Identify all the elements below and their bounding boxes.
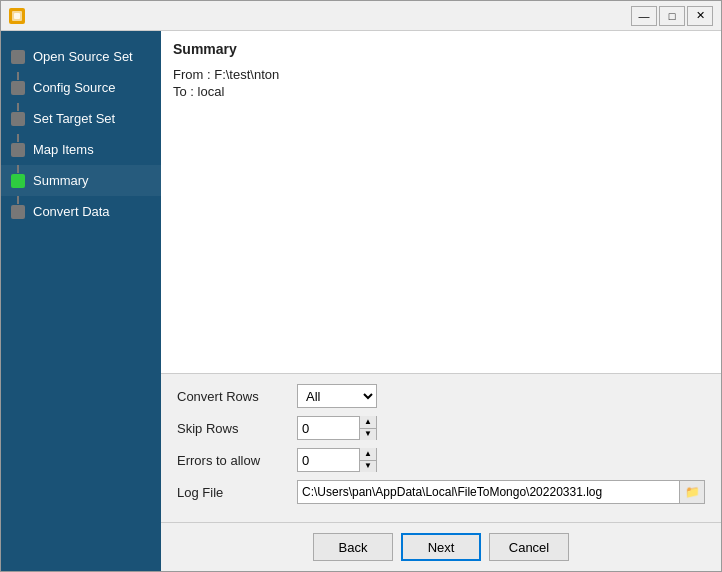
summary-content: From : F:\test\nton To : local — [161, 63, 721, 373]
button-bar: Back Next Cancel — [161, 522, 721, 571]
sidebar: Open Source Set Config Source Set Target… — [1, 31, 161, 571]
errors-to-allow-row: Errors to allow ▲ ▼ — [177, 448, 705, 472]
titlebar: — □ ✕ — [1, 1, 721, 31]
sidebar-item-summary[interactable]: Summary — [1, 165, 161, 196]
errors-to-allow-label: Errors to allow — [177, 453, 297, 468]
errors-to-allow-buttons: ▲ ▼ — [359, 448, 376, 472]
log-file-label: Log File — [177, 485, 297, 500]
log-file-browse-button[interactable]: 📁 — [679, 480, 705, 504]
sidebar-label-open-source-set: Open Source Set — [33, 49, 133, 64]
skip-rows-up-button[interactable]: ▲ — [360, 416, 376, 428]
main-content: Open Source Set Config Source Set Target… — [1, 31, 721, 571]
skip-rows-input[interactable] — [298, 417, 359, 439]
sidebar-label-set-target-set: Set Target Set — [33, 111, 115, 126]
app-icon — [9, 8, 25, 24]
svg-rect-1 — [14, 13, 20, 19]
minimize-button[interactable]: — — [631, 6, 657, 26]
log-file-row: Log File 📁 — [177, 480, 705, 504]
convert-rows-wrapper: All Range Custom — [297, 384, 377, 408]
sidebar-item-set-target-set[interactable]: Set Target Set — [1, 103, 161, 134]
convert-rows-label: Convert Rows — [177, 389, 297, 404]
convert-rows-row: Convert Rows All Range Custom — [177, 384, 705, 408]
close-button[interactable]: ✕ — [687, 6, 713, 26]
summary-section: Summary From : F:\test\nton To : local — [161, 31, 721, 373]
step-indicator-config-source — [11, 81, 25, 95]
skip-rows-row: Skip Rows ▲ ▼ — [177, 416, 705, 440]
errors-to-allow-input[interactable] — [298, 449, 359, 471]
step-indicator-summary — [11, 174, 25, 188]
sidebar-item-config-source[interactable]: Config Source — [1, 72, 161, 103]
step-indicator-set-target-set — [11, 112, 25, 126]
cancel-button[interactable]: Cancel — [489, 533, 569, 561]
to-value: local — [198, 84, 225, 99]
convert-rows-select[interactable]: All Range Custom — [297, 384, 377, 408]
app-window: — □ ✕ Open Source Set Config Source Set … — [0, 0, 722, 572]
to-label: To : — [173, 84, 194, 99]
summary-to: To : local — [173, 84, 709, 99]
errors-to-allow-up-button[interactable]: ▲ — [360, 448, 376, 460]
settings-section: Convert Rows All Range Custom Skip Rows — [161, 373, 721, 522]
skip-rows-spinner: ▲ ▼ — [297, 416, 377, 440]
summary-from: From : F:\test\nton — [173, 67, 709, 82]
log-file-input[interactable] — [297, 480, 680, 504]
skip-rows-label: Skip Rows — [177, 421, 297, 436]
step-indicator-map-items — [11, 143, 25, 157]
sidebar-label-config-source: Config Source — [33, 80, 115, 95]
errors-to-allow-down-button[interactable]: ▼ — [360, 460, 376, 473]
sidebar-item-map-items[interactable]: Map Items — [1, 134, 161, 165]
next-button[interactable]: Next — [401, 533, 481, 561]
right-panel: Summary From : F:\test\nton To : local C — [161, 31, 721, 571]
maximize-button[interactable]: □ — [659, 6, 685, 26]
summary-title: Summary — [161, 31, 721, 63]
back-button[interactable]: Back — [313, 533, 393, 561]
sidebar-label-map-items: Map Items — [33, 142, 94, 157]
sidebar-label-summary: Summary — [33, 173, 89, 188]
sidebar-item-convert-data[interactable]: Convert Data — [1, 196, 161, 227]
step-indicator-convert-data — [11, 205, 25, 219]
folder-icon: 📁 — [685, 485, 700, 499]
from-value: F:\test\nton — [214, 67, 279, 82]
sidebar-label-convert-data: Convert Data — [33, 204, 110, 219]
errors-to-allow-spinner: ▲ ▼ — [297, 448, 377, 472]
step-indicator-open-source-set — [11, 50, 25, 64]
sidebar-item-open-source-set[interactable]: Open Source Set — [1, 41, 161, 72]
from-label: From : — [173, 67, 211, 82]
skip-rows-buttons: ▲ ▼ — [359, 416, 376, 440]
skip-rows-down-button[interactable]: ▼ — [360, 428, 376, 441]
